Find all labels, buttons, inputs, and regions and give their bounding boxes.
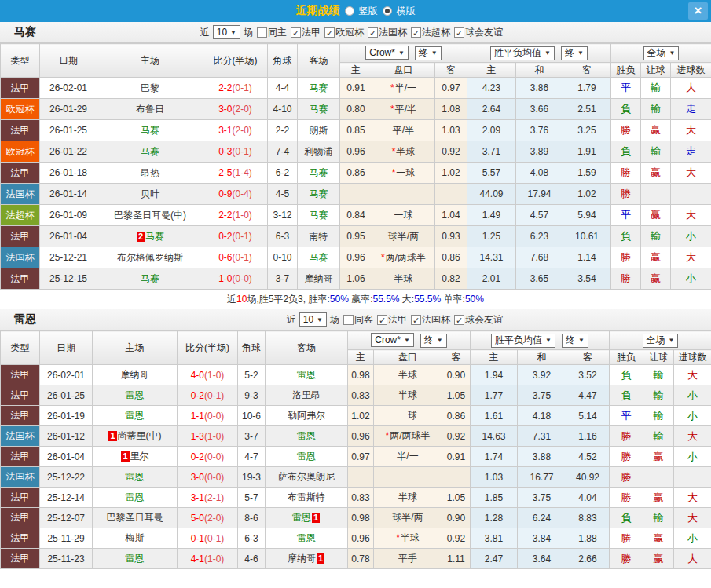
match-row: 法国杯26-01-14贝叶0-9(0-4)4-5马赛44.0917.941.02… [1,184,711,205]
same-venue-label: 同客 [354,313,373,327]
avg-stage-select[interactable]: 终▼ [561,46,588,60]
odds-stage-select[interactable]: 终▼ [415,46,442,60]
away-odds [435,184,467,205]
odds-company-select[interactable]: Crow*▼ [365,46,409,60]
home-team: 2马赛 [97,226,203,247]
odds-company-select[interactable]: Crow*▼ [371,333,414,347]
home-team: 1尚蒂里(中) [93,426,178,447]
home-team: 马赛 [97,120,203,141]
avg-away: 1.14 [563,247,611,268]
league-filter-label: 法超杯 [422,26,450,39]
star-marker: * [390,104,394,115]
filter-suffix-label: 场 [244,26,253,39]
avg-draw: 3.86 [516,78,563,99]
handicap-outcome: 輸 [641,226,671,247]
avg-away: 3.52 [566,365,610,385]
match-date: 25-12-07 [40,508,93,528]
team-label: 梅斯 [126,532,145,543]
team-label: 雷恩 [126,553,145,564]
match-row: 欧冠杯26-01-29布鲁日3-0(2-0)4-10马赛0.80*平/半1.08… [1,99,711,120]
score: 3-0(0-0) [178,467,238,488]
close-button[interactable]: × [688,2,708,20]
scope-select[interactable]: 全场▼ [643,334,679,348]
league-filter-checkbox[interactable] [324,27,335,38]
horizontal-radio-label[interactable]: 横版 [397,5,416,18]
handicap-outcome: 輸 [641,141,671,163]
home-team: 雷恩 [93,406,178,426]
same-venue-checkbox[interactable] [343,315,354,325]
star-marker: * [390,82,394,93]
avg-select[interactable]: 胜平负均值▼ [490,46,555,60]
away-team: 雷恩 [266,426,348,447]
handicap-line: *半球 [374,528,442,549]
same-venue-checkbox[interactable] [257,27,267,38]
match-date: 26-01-22 [40,141,97,163]
goals-outcome: 小 [671,268,711,290]
games-count-select[interactable]: 10▼ [213,25,240,39]
match-date: 26-01-25 [40,385,93,406]
vertical-radio[interactable] [345,6,354,16]
rank-badge: 1 [312,513,320,523]
away-team: 摩纳哥1 [266,549,348,569]
star-marker: * [392,146,396,157]
horizontal-radio[interactable] [383,6,392,16]
match-date: 26-01-09 [40,205,97,226]
dropdown-arrow-icon: ▼ [398,49,405,57]
away-team: 勒阿弗尔 [266,406,348,426]
team-label: 马赛 [141,125,159,136]
result-outcome: 負 [611,141,641,163]
goals-outcome: 小 [674,447,711,467]
team-label: 摩纳哥 [305,273,333,284]
match-row: 法国杯25-12-22雷恩3-0(0-0)19-3萨布尔奥朗尼1.0316.77… [1,467,711,488]
handicap-outcome: 赢 [641,247,671,268]
match-date: 25-11-23 [40,549,93,569]
scope-select[interactable]: 全场▼ [643,46,680,60]
league-filter-checkbox[interactable] [411,315,421,325]
odds-stage-select[interactable]: 终▼ [420,334,447,348]
summary-part: 50% [465,294,484,305]
league-filter-checkbox[interactable] [291,27,301,38]
match-row: 法甲25-12-15马赛1-0(0-0)3-7摩纳哥1.06半球0.822.01… [1,268,711,290]
goals-outcome [671,184,711,205]
avg-select[interactable]: 胜平负均值▼ [491,334,555,348]
league-badge: 法甲 [1,549,40,569]
rank-badge: 2 [137,232,145,242]
avg-home: 1.25 [467,226,516,247]
away-team: 雷恩 [266,365,348,385]
team-label: 巴黎 [141,82,159,93]
league-filter-checkbox[interactable] [368,27,378,38]
avg-draw: 3.76 [516,120,563,141]
home-team: 摩纳哥 [93,365,178,385]
handicap-outcome: 赢 [643,488,674,508]
avg-home: 1.03 [471,467,518,488]
away-odds: 1.05 [442,488,471,508]
result-outcome: 負 [611,99,641,120]
corners: 10-6 [238,406,266,426]
rank-badge: 1 [317,553,324,564]
col-header: 角球 [238,331,266,365]
league-filter-checkbox[interactable] [454,315,464,325]
col-subheader: 主 [471,350,518,365]
match-date: 25-12-22 [40,467,93,488]
avg-away: 1.59 [563,163,611,184]
avg-draw: 7.31 [518,426,566,447]
home-odds: 0.96 [340,247,372,268]
team-name: 马赛 [14,25,36,39]
games-count-select[interactable]: 10▼ [299,312,327,327]
away-team: 布雷斯特 [266,488,348,508]
goals-outcome [674,467,711,488]
result-outcome: 負 [610,508,643,528]
handicap-line: 球半/两 [374,508,442,528]
home-team: 巴黎圣日耳曼 [93,508,178,528]
avg-away: 1.91 [563,141,611,163]
avg-stage-select[interactable]: 终▼ [562,334,588,348]
league-filter-checkbox[interactable] [454,27,464,38]
league-filter-checkbox[interactable] [377,315,387,325]
match-row: 法甲26-01-041里尔0-2(0-0)4-7雷恩0.97半/一0.911.7… [1,447,711,467]
match-row: 法甲26-01-25雷恩0-2(0-1)9-3洛里昂0.83半球1.051.77… [1,385,711,406]
league-filter-checkbox[interactable] [411,27,421,38]
col-header: 类型 [1,331,40,365]
league-badge: 法甲 [1,508,40,528]
score: 3-1(2-1) [178,488,238,508]
vertical-radio-label[interactable]: 竖版 [359,5,378,18]
